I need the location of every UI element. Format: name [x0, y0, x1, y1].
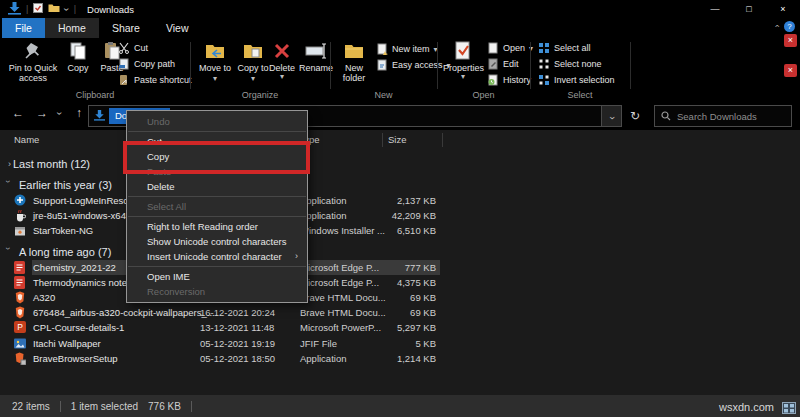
menu-item-delete[interactable]: Delete — [127, 179, 307, 194]
up-button[interactable]: ↑ — [70, 106, 88, 120]
menu-item-insert-unicode-control-character[interactable]: Insert Unicode control character› — [127, 249, 307, 264]
edit-button[interactable]: Edit — [487, 57, 519, 71]
tab-share[interactable]: Share — [99, 18, 153, 38]
select-group-label: Select — [530, 90, 630, 100]
copy-path-button[interactable]: Copy path — [118, 57, 175, 71]
collapse-ribbon-icon[interactable]: › — [772, 25, 782, 28]
move-to-icon — [204, 41, 226, 61]
move-to-button[interactable]: Move to ▾ — [198, 40, 232, 84]
new-item-button[interactable]: New item ▾ — [376, 42, 438, 56]
file-row[interactable]: Itachi Wallpaper05-12-2021 19:19JFIF Fil… — [0, 336, 800, 351]
paste-shortcut-icon — [118, 74, 130, 86]
search-input[interactable] — [677, 111, 785, 122]
select-all-button[interactable]: Select all — [538, 41, 591, 55]
items-count: 22 items — [12, 401, 50, 412]
select-all-icon — [538, 42, 550, 54]
menu-item-reconversion: Reconversion — [127, 284, 307, 299]
file-row[interactable]: Support-LogMeInRescueApplication2,137 KB — [0, 193, 800, 208]
maximize-button[interactable]: □ — [732, 0, 766, 18]
file-group-header[interactable]: ›Last month (12) — [0, 156, 800, 172]
column-header-name[interactable]: Name — [14, 134, 39, 145]
tab-file[interactable]: File — [2, 18, 45, 38]
select-none-button[interactable]: Select none — [538, 57, 602, 71]
file-group-header[interactable]: ›Earlier this year (3) — [0, 177, 800, 193]
menu-item-undo: Undo — [127, 114, 307, 129]
brave-file-icon — [14, 291, 27, 304]
dropdown-caret-icon: ▾ — [213, 74, 217, 83]
group-label: Last month (12) — [13, 158, 90, 170]
recent-locations-chevron-icon[interactable]: › — [52, 106, 68, 120]
file-row[interactable]: BraveBrowserSetup05-12-2021 18:50Applica… — [0, 351, 800, 366]
file-size: 4,375 KB — [356, 277, 436, 288]
search-box[interactable] — [654, 105, 792, 127]
delete-button[interactable]: Delete ▾ — [266, 40, 298, 80]
file-size: 69 KB — [356, 307, 436, 318]
forward-button[interactable]: → — [32, 106, 52, 120]
cut-button[interactable]: Cut — [118, 41, 148, 55]
file-row[interactable]: A320Brave HTML Docu...69 KB — [0, 290, 800, 305]
easy-access-button[interactable]: Easy access ▾ — [376, 58, 451, 72]
logmein-file-icon — [14, 194, 27, 207]
window-title: Downloads — [87, 4, 134, 15]
file-row[interactable]: StarToken-NGWindows Installer ...6,510 K… — [0, 223, 800, 238]
new-folder-button[interactable]: New folder — [336, 40, 372, 83]
invert-selection-button[interactable]: Invert selection — [538, 73, 615, 87]
open-button[interactable]: Open ▾ — [487, 41, 533, 55]
selected-count: 1 item selected — [71, 401, 138, 412]
copy-button[interactable]: Copy — [62, 40, 94, 73]
paste-shortcut-button[interactable]: Paste shortcut — [118, 73, 192, 87]
column-divider[interactable] — [442, 133, 443, 147]
column-divider[interactable] — [382, 133, 383, 147]
menu-item-right-to-left-reading-order[interactable]: Right to left Reading order — [127, 219, 307, 234]
file-size: 5,297 KB — [356, 322, 436, 333]
tab-home[interactable]: Home — [45, 18, 99, 38]
file-name: StarToken-NG — [33, 225, 93, 236]
file-row[interactable]: jre-8u51-windows-x64Application42,209 KB — [0, 208, 800, 223]
file-row[interactable]: Thermodynamics notesMicrosoft Edge P...4… — [0, 275, 800, 290]
pin-to-quick-access-button[interactable]: Pin to Quick access — [6, 40, 60, 83]
file-row[interactable]: 676484_airbus-a320-cockpit-wallpapers_..… — [0, 305, 800, 320]
address-row: ← → › ↑ Downloads › ↻ — [0, 101, 800, 130]
chevron-icon: › — [0, 159, 13, 169]
dropdown-caret-icon: ▾ — [266, 73, 298, 80]
file-group-header[interactable]: ›A long time ago (7) — [0, 244, 800, 260]
brave-file-icon — [14, 306, 27, 319]
minimize-button[interactable]: — — [698, 0, 732, 18]
history-button[interactable]: History — [487, 73, 531, 87]
help-icon[interactable]: ? — [784, 21, 795, 32]
menu-item-label: Insert Unicode control character — [147, 251, 282, 262]
file-date: 16-12-2021 20:24 — [200, 307, 275, 318]
history-icon — [487, 74, 499, 86]
overlay-close-badge-icon[interactable]: × — [784, 34, 797, 47]
thumbnail-view-icon[interactable] — [782, 400, 796, 412]
file-name: 676484_airbus-a320-cockpit-wallpapers_..… — [33, 307, 215, 318]
ppt-file-icon: P — [14, 321, 27, 334]
file-size: 42,209 KB — [356, 210, 436, 221]
new-folder-quick-icon[interactable] — [48, 3, 60, 15]
address-dropdown-button[interactable]: › — [602, 105, 622, 127]
menu-item-open-ime[interactable]: Open IME — [127, 269, 307, 284]
file-size: 1,214 KB — [356, 353, 436, 364]
overlay-close-badge-icon[interactable]: × — [784, 64, 797, 77]
scissors-icon — [118, 42, 130, 54]
properties-button[interactable]: Properties ▾ — [443, 40, 483, 80]
back-button[interactable]: ← — [8, 106, 28, 120]
edit-icon — [487, 58, 499, 70]
tab-view[interactable]: View — [153, 18, 202, 38]
refresh-button[interactable]: ↻ — [630, 109, 640, 123]
qat-customize-chevron-icon[interactable]: › — [62, 7, 73, 10]
ribbon-tabs: File Home Share View — [0, 18, 800, 38]
properties-quick-icon[interactable] — [33, 3, 43, 15]
column-header-size[interactable]: Size — [388, 134, 406, 145]
menu-item-label: Delete — [147, 181, 174, 192]
status-bar: 22 items 1 item selected 776 KB — [0, 395, 800, 417]
file-row[interactable]: PCPL-Course-details-113-12-2021 11:48Mic… — [0, 320, 800, 335]
menu-item-show-unicode-control-characters[interactable]: Show Unicode control characters — [127, 234, 307, 249]
copy-to-button[interactable]: Copy to ▾ — [236, 40, 270, 84]
menu-separator — [128, 216, 306, 217]
file-size: 5 KB — [356, 338, 436, 349]
installer-file-icon — [14, 224, 27, 237]
file-row[interactable]: Chemistry_2021-22Microsoft Edge P...777 … — [0, 260, 800, 275]
menu-separator — [128, 196, 306, 197]
close-button[interactable]: × — [766, 0, 800, 18]
